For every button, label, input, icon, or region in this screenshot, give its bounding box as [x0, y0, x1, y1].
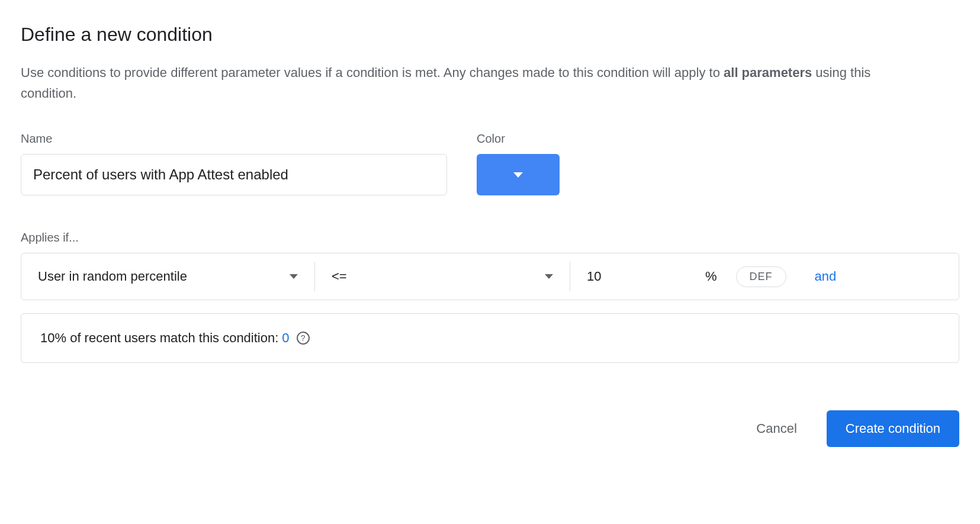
percent-input-wrap: % DEF and — [570, 266, 959, 287]
name-input[interactable] — [21, 154, 447, 195]
color-picker-button[interactable] — [477, 154, 560, 195]
match-count: 0 — [282, 330, 289, 346]
name-field-group: Name — [21, 132, 447, 195]
chevron-down-icon — [545, 274, 553, 279]
name-label: Name — [21, 132, 447, 146]
chevron-down-icon — [513, 172, 523, 178]
create-condition-button[interactable]: Create condition — [827, 410, 959, 447]
page-title: Define a new condition — [21, 24, 959, 46]
chevron-down-icon — [290, 274, 298, 279]
condition-operator-dropdown[interactable]: <= — [315, 253, 570, 300]
color-field-group: Color — [477, 132, 560, 195]
condition-type-text: User in random percentile — [38, 269, 187, 284]
color-label: Color — [477, 132, 560, 146]
description-prefix: Use conditions to provide different para… — [21, 65, 724, 80]
match-text: 10% of recent users match this condition… — [40, 330, 278, 346]
percent-value-input[interactable] — [587, 269, 705, 284]
description-bold: all parameters — [724, 65, 812, 80]
condition-row: User in random percentile <= % DEF and — [21, 253, 959, 300]
applies-if-label: Applies if... — [21, 231, 959, 245]
help-icon[interactable]: ? — [297, 332, 310, 345]
match-info-panel: 10% of recent users match this condition… — [21, 313, 959, 363]
condition-type-dropdown[interactable]: User in random percentile — [21, 253, 314, 300]
percent-sign: % — [705, 269, 717, 284]
and-condition-link[interactable]: and — [815, 269, 837, 284]
cancel-button[interactable]: Cancel — [750, 413, 802, 445]
def-chip-button[interactable]: DEF — [736, 266, 786, 287]
condition-operator-text: <= — [332, 269, 347, 284]
page-description: Use conditions to provide different para… — [21, 62, 909, 104]
footer-actions: Cancel Create condition — [21, 410, 959, 447]
fields-row: Name Color — [21, 132, 959, 195]
